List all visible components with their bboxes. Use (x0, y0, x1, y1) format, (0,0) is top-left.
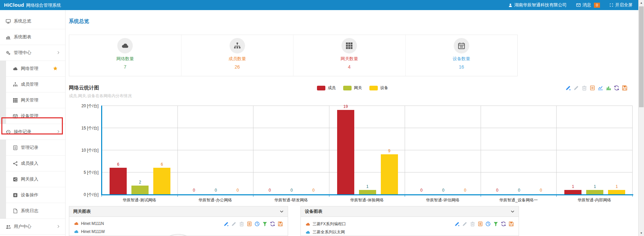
toolbox-pencil-button[interactable] (573, 85, 579, 91)
topbar: HiCloud 网络综合管理系统 湖南华辰智通科技有限公司 消息0 开启全屏 (0, 0, 644, 10)
legend-item-2[interactable]: 设备 (369, 85, 388, 91)
y-axis-tick-label: 10 [个/台] (69, 148, 98, 153)
panel-device-charts-header[interactable]: 设备图表 (301, 206, 519, 217)
bar-设备-6 (608, 190, 625, 194)
toolbox-refresh-button[interactable] (501, 221, 506, 227)
stat-gateway-count: 网关数量4 (293, 35, 406, 76)
pie-clock-icon (485, 221, 491, 227)
bar-value-label: 0 (182, 188, 206, 193)
bar-value-label: 0 (529, 188, 553, 193)
share-square-icon (13, 177, 18, 182)
toolbox-trash-button[interactable] (239, 221, 244, 227)
sidebar-item-device-operations[interactable]: 设备操作 (0, 187, 65, 203)
sidebar-item-label: 系统图表 (14, 34, 31, 40)
fullscreen-button[interactable]: 开启全屏 (609, 2, 633, 8)
sitemap-icon (13, 82, 18, 87)
save-icon (622, 85, 628, 91)
bar-value-label: 1 (583, 184, 607, 189)
grid-icon-circle (341, 38, 357, 53)
toolbox-refresh-button[interactable] (270, 221, 275, 227)
sidebar-item-member-management[interactable]: 成员管理 (0, 77, 65, 92)
toolbox-pie-clock-button[interactable] (254, 221, 260, 227)
sidebar-item-network-management[interactable]: 网络管理 (0, 61, 65, 77)
sidebar-item-label: 用户中心 (14, 224, 31, 230)
sidebar-item-gateway-management[interactable]: 网关管理 (0, 92, 65, 108)
doc-view-icon (247, 221, 252, 227)
sidebar-item-system-overview[interactable]: 系统总览 (0, 13, 65, 29)
sitemap-icon-wrap (13, 82, 18, 87)
sidebar-item-gateway-access[interactable]: 网关接入 (0, 171, 65, 187)
messages-button[interactable]: 消息0 (576, 2, 600, 8)
x-axis-tick (405, 195, 405, 197)
panel-gateway-charts-header[interactable]: 网关图表 (69, 206, 288, 217)
panel-item-label: 三菱FX系列编程口 (313, 221, 346, 227)
scrollbar-up-button[interactable]: ▲ (639, 0, 644, 6)
chart-legend: 成员网关设备 (317, 85, 388, 91)
toolbox-save-button[interactable] (509, 221, 514, 227)
panel-item-1-1[interactable]: 三菱全系列以太网 (306, 229, 345, 235)
toolbox-pencil-add-button[interactable] (565, 85, 571, 91)
toolbox-line-chart-button[interactable] (598, 85, 603, 91)
panel-item-0-0[interactable]: Hinet M111N (74, 221, 104, 226)
toolbox-pie-clock-button[interactable] (485, 221, 491, 227)
chevron-right-icon-wrap (56, 225, 60, 228)
chevron-down-icon-wrap[interactable] (511, 209, 515, 213)
sidebar-item-management-records[interactable]: 管理记录 (0, 140, 65, 156)
bar-成员-6 (564, 190, 581, 194)
device-icon-wrap (74, 229, 79, 234)
panel-item-1-0[interactable]: 三菱FX系列编程口 (306, 221, 346, 227)
chevron-right-icon (56, 51, 60, 54)
stat-label: 成员数量 (229, 56, 246, 62)
scrollbar-thumb[interactable] (639, 6, 644, 107)
toolbox-save-button[interactable] (622, 85, 628, 91)
stat-device-count: 设备数量16 (406, 35, 518, 76)
toolbox-funnel-button[interactable] (262, 221, 268, 227)
share-square-icon-wrap (13, 177, 18, 182)
legend-label: 网关 (354, 85, 362, 91)
panel-device-charts-toolbox (454, 221, 514, 227)
chevron-down-icon-wrap[interactable] (280, 209, 284, 213)
refresh-icon (270, 221, 275, 227)
toolbox-doc-view-button[interactable] (590, 85, 595, 91)
y-axis-tick-label: 15 [个/台] (69, 125, 98, 131)
scrollbar-down-button[interactable]: ▼ (639, 230, 644, 236)
toolbox-pencil-button[interactable] (231, 221, 237, 227)
gridline-v (177, 106, 178, 194)
sidebar-item-system-logs[interactable]: 系统日志 (0, 203, 65, 219)
pencil-icon (462, 221, 468, 227)
sidebar-item-user-center[interactable]: 用户中心 (0, 219, 65, 235)
toolbox-trash-button[interactable] (581, 85, 587, 91)
calendar-icon-circle (454, 38, 469, 53)
share-icon-wrap (13, 161, 18, 166)
panel-item-0-1[interactable]: Hinet M111W (74, 229, 105, 234)
legend-item-0[interactable]: 成员 (317, 85, 336, 91)
pencil-add-icon (454, 221, 460, 227)
toolbox-funnel-button[interactable] (493, 221, 498, 227)
toolbox-trash-button[interactable] (470, 221, 475, 227)
favorite-star-icon[interactable] (53, 66, 58, 71)
toolbox-pencil-button[interactable] (462, 221, 468, 227)
bar-value-label: 1 (605, 184, 629, 189)
legend-item-1[interactable]: 网关 (343, 85, 362, 91)
gridline-h (102, 128, 632, 128)
company-account[interactable]: 湖南华辰智通科技有限公司 (508, 2, 567, 8)
toolbox-pencil-add-button[interactable] (224, 221, 229, 227)
toolbox-pencil-add-button[interactable] (454, 221, 460, 227)
star-icon (53, 66, 58, 71)
x-axis-category-label: 华辰智通-体验网络 (329, 197, 405, 203)
bar-value-label: 1 (356, 184, 379, 189)
bar-网关-3 (359, 190, 376, 194)
person-icon (508, 3, 513, 7)
highlight-box-device-management (1, 117, 63, 134)
sidebar-item-system-charts[interactable]: 系统图表 (0, 29, 65, 45)
toolbox-bar-chart-button[interactable] (606, 85, 611, 91)
user-icon-slot (508, 3, 513, 7)
sidebar-item-management-center[interactable]: 管理中心 (0, 45, 65, 61)
sidebar-item-member-access[interactable]: 成员接入 (0, 156, 65, 171)
toolbox-doc-view-button[interactable] (247, 221, 252, 227)
toolbox-save-button[interactable] (278, 221, 283, 227)
toolbox-doc-view-button[interactable] (478, 221, 483, 227)
toolbox-refresh-button[interactable] (614, 85, 619, 91)
bar-chart-icon (606, 85, 611, 91)
x-axis-tick (177, 195, 178, 197)
